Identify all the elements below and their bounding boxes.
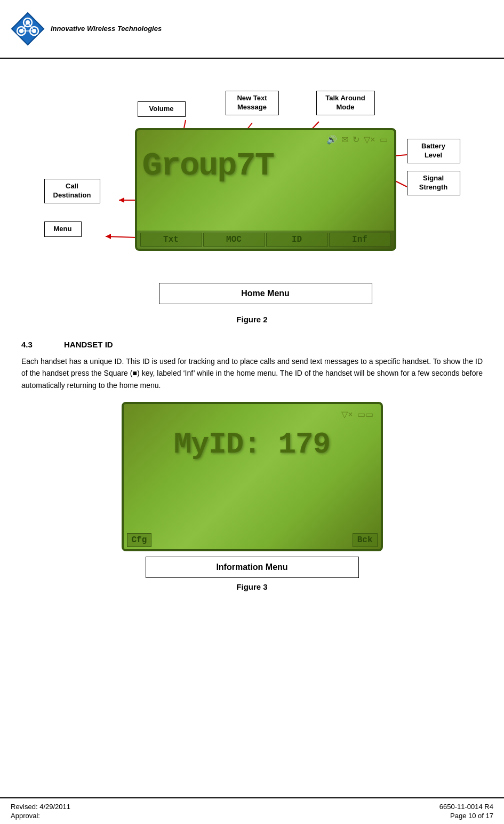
footer-page: Page 10 of 17 <box>450 812 493 820</box>
lcd2-top-icons: ▽× ▭▭ <box>124 404 381 422</box>
callout-new-text-message: New TextMessage <box>226 91 279 115</box>
callout-talk-around-mode: Talk AroundMode <box>316 91 375 115</box>
lcd-screen-figure2: 🔊 ✉ ↻ ▽× ▭ Group7T Txt MOC ID Inf <box>135 128 396 251</box>
section-title-43: HANDSET ID <box>64 340 113 349</box>
lcd-bottom-moc: MOC <box>203 233 265 247</box>
info-menu-box: Information Menu <box>146 557 359 578</box>
company-logo-icon <box>11 12 45 46</box>
callout-battery-level: BatteryLevel <box>407 139 460 163</box>
section-heading-43: 4.3 HANDSET ID <box>21 340 483 349</box>
callout-call-destination: CallDestination <box>44 179 100 203</box>
lcd-bottom-id: ID <box>266 233 328 247</box>
footer-revised: Revised: 4/29/2011 <box>11 803 70 811</box>
figure2-caption: Figure 2 <box>21 315 483 324</box>
svg-line-22 <box>106 236 138 237</box>
section43-body: Each handset has a unique ID. This ID is… <box>21 355 483 391</box>
message-icon: ✉ <box>341 134 348 145</box>
company-name: Innovative Wireless Technologies <box>51 25 162 34</box>
lcd2-bottom-bck: Bck <box>353 533 378 547</box>
lcd-screen-figure3: ▽× ▭▭ MyID: 179 Cfg Bck <box>122 402 383 551</box>
figure3-caption: Figure 3 <box>21 582 483 591</box>
svg-marker-21 <box>119 197 124 203</box>
footer-approval: Approval: <box>11 812 70 820</box>
lcd-bottom-inf: Inf <box>329 233 391 247</box>
lcd-bottom-bar-figure2: Txt MOC ID Inf <box>137 231 394 249</box>
figure3-section: ▽× ▭▭ MyID: 179 Cfg Bck Information Menu… <box>21 402 483 591</box>
volume-icon: 🔊 <box>326 134 337 145</box>
footer-doc-number: 6650-11-0014 R4 <box>439 803 493 811</box>
figure2-diagram: 🔊 ✉ ↻ ▽× ▭ Group7T Txt MOC ID Inf Volume <box>44 85 460 310</box>
footer-left: Revised: 4/29/2011 Approval: <box>11 803 70 820</box>
lcd2-main-text: MyID: 179 <box>124 422 381 459</box>
lcd2-bottom-cfg: Cfg <box>127 533 152 547</box>
page-footer: Revised: 4/29/2011 Approval: 6650-11-001… <box>0 797 504 824</box>
lcd-top-icons: 🔊 ✉ ↻ ▽× ▭ <box>137 130 394 147</box>
callout-signal-strength: SignalStrength <box>407 171 460 195</box>
section-number-43: 4.3 <box>21 340 53 349</box>
lcd2-battery-icon: ▭▭ <box>357 409 373 419</box>
logo-container: Innovative Wireless Technologies <box>11 12 162 46</box>
svg-marker-23 <box>106 234 111 239</box>
footer-right: 6650-11-0014 R4 Page 10 of 17 <box>439 803 493 820</box>
main-content: 🔊 ✉ ↻ ▽× ▭ Group7T Txt MOC ID Inf Volume <box>0 59 504 613</box>
callout-menu: Menu <box>44 221 82 237</box>
callout-volume: Volume <box>138 101 186 117</box>
lcd-bottom-txt: Txt <box>140 233 202 247</box>
battery-icon: ▭ <box>380 134 388 145</box>
page-header: Innovative Wireless Technologies <box>0 0 504 59</box>
lcd-main-text-figure2: Group7T <box>137 149 394 183</box>
refresh-icon: ↻ <box>353 134 359 145</box>
home-menu-box: Home Menu <box>159 283 372 304</box>
home-menu-label-container: Home Menu <box>135 278 396 304</box>
lcd2-signal-icon: ▽× <box>341 409 353 419</box>
figure2-section: 🔊 ✉ ↻ ▽× ▭ Group7T Txt MOC ID Inf Volume <box>21 85 483 324</box>
signal-icon: ▽× <box>364 134 375 145</box>
lcd2-bottom-bar: Cfg Bck <box>124 531 381 549</box>
